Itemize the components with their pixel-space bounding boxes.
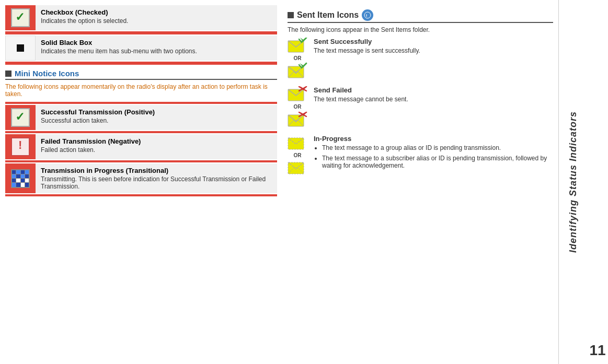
envelope-check-icon-1 — [288, 38, 307, 54]
grid-cell — [21, 179, 25, 182]
solid-black-icon — [17, 44, 24, 52]
envelope-x-icon-2 — [288, 111, 307, 127]
send-failed-text: Send Failed The text message cannot be s… — [314, 86, 553, 103]
page-number: 11 — [589, 342, 605, 359]
grid-cell — [16, 170, 20, 174]
failed-title: Failed Transmission (Negative) — [41, 137, 272, 145]
solid-black-text-cell: Solid Black Box Indicates the menu item … — [36, 36, 277, 61]
inprogress-body: Transmitting. This is seen before indica… — [41, 175, 272, 190]
in-progress-bullets: The text message to a group alias or ID … — [314, 144, 553, 169]
checkbox-row: Checkbox (Checked) Indicates the option … — [5, 5, 277, 30]
inprogress-icon-cell — [5, 163, 36, 193]
in-progress-icons: OR — [288, 135, 307, 176]
red-bar-2 — [5, 131, 277, 133]
successful-trans-row: Successful Transmission (Positive) Succe… — [5, 105, 277, 130]
failed-body: Failed action taken. — [41, 146, 272, 154]
red-separator-1 — [5, 31, 277, 34]
failed-trans-row: Failed Transmission (Negative) Failed ac… — [5, 134, 277, 159]
checkbox-checked-icon — [11, 8, 30, 27]
mini-notice-desc: The following icons appear momentarily o… — [5, 83, 277, 98]
grid-cell — [12, 174, 16, 178]
envelope-check-icon-2 — [288, 62, 307, 79]
red-bar-3 — [5, 160, 277, 162]
check-icon — [11, 108, 30, 127]
grid-cell — [16, 183, 20, 186]
or-label-2: OR — [294, 104, 302, 110]
checkbox-title: Checkbox (Checked) — [41, 8, 272, 16]
exclaim-icon — [11, 137, 30, 156]
grid-cell — [25, 179, 29, 182]
send-failed-title: Send Failed — [314, 86, 553, 94]
solid-black-body: Indicates the menu item has sub-menu wit… — [41, 48, 272, 55]
sidebar-label: Identifying Status Indicators — [568, 111, 579, 253]
checkbox-body: Indicates the option is selected. — [41, 17, 272, 25]
grid-icon — [11, 169, 30, 188]
checkbox-text-cell: Checkbox (Checked) Indicates the option … — [36, 5, 277, 30]
mini-notice-title: Mini Notice Icons — [15, 69, 79, 78]
grid-cell — [16, 174, 20, 178]
successful-text-cell: Successful Transmission (Positive) Succe… — [36, 105, 277, 130]
red-bar-1 — [5, 102, 277, 104]
successful-title: Successful Transmission (Positive) — [41, 108, 272, 116]
left-column: Checkbox (Checked) Indicates the option … — [0, 0, 277, 364]
envelope-dots-icon-1 — [288, 135, 307, 151]
grid-cell — [12, 183, 16, 186]
sent-successfully-text: Sent Successfully The text message is se… — [314, 38, 553, 54]
red-separator-2 — [5, 62, 277, 65]
sent-items-bullet — [288, 12, 294, 18]
or-label-3: OR — [294, 152, 302, 158]
grid-cell — [25, 174, 29, 178]
successful-icon-cell — [5, 105, 36, 130]
solid-black-box-row: Solid Black Box Indicates the menu item … — [5, 36, 277, 61]
failed-icon-cell — [5, 134, 36, 159]
grid-cell — [25, 183, 29, 186]
send-failed-body: The text message cannot be sent. — [314, 96, 553, 103]
sent-items-heading: Sent Item Icons i — [288, 9, 553, 23]
grid-cell — [12, 170, 16, 174]
failed-text-cell: Failed Transmission (Negative) Failed ac… — [36, 134, 277, 159]
inprogress-title: Transmission in Progress (Transitional) — [41, 167, 272, 174]
sent-successfully-title: Sent Successfully — [314, 38, 553, 45]
bullet-item-2: The text message to a subscriber alias o… — [322, 155, 553, 169]
bullet-item-1: The text message to a group alias or ID … — [322, 144, 553, 151]
sidebar: Identifying Status Indicators — [558, 0, 587, 364]
sent-successfully-row: OR Sent Successfully The text message is… — [288, 38, 553, 79]
successful-body: Successful action taken. — [41, 117, 272, 124]
grid-cell — [16, 179, 20, 182]
solid-black-title: Solid Black Box — [41, 39, 272, 46]
grid-cell — [21, 174, 25, 178]
grid-cell — [21, 170, 25, 174]
envelope-dots-icon-2 — [288, 159, 307, 176]
in-progress-row: OR In-Progress The text message to a gro… — [288, 135, 553, 176]
svg-point-0 — [364, 12, 371, 18]
or-label-1: OR — [294, 55, 302, 61]
envelope-x-icon-1 — [288, 86, 307, 103]
svg-text:i: i — [366, 13, 367, 18]
sent-items-desc: The following icons appear in the Sent I… — [288, 26, 553, 33]
checkbox-icon-cell — [5, 5, 36, 30]
inprogress-text-cell: Transmission in Progress (Transitional) … — [36, 163, 277, 193]
inprogress-row: Transmission in Progress (Transitional) … — [5, 163, 277, 193]
sent-items-title: Sent Item Icons — [297, 10, 359, 20]
grid-cell — [21, 183, 25, 186]
page-number-area: 11 — [587, 0, 608, 364]
sent-items-icon: i — [362, 9, 373, 21]
solid-black-icon-cell — [5, 36, 36, 61]
grid-cell — [25, 170, 29, 174]
mini-notice-heading: Mini Notice Icons — [5, 69, 277, 80]
sent-successfully-body: The text message is sent successfully. — [314, 47, 553, 54]
in-progress-title: In-Progress — [314, 135, 553, 143]
send-failed-row: OR Send Failed The text message cannot b… — [288, 86, 553, 127]
red-bar-4 — [5, 194, 277, 196]
send-failed-icons: OR — [288, 86, 307, 127]
right-column: Sent Item Icons i The following icons ap… — [277, 0, 558, 364]
grid-cell — [12, 179, 16, 182]
sent-successfully-icons: OR — [288, 38, 307, 79]
mini-notice-bullet — [5, 71, 12, 77]
in-progress-text: In-Progress The text message to a group … — [314, 135, 553, 172]
